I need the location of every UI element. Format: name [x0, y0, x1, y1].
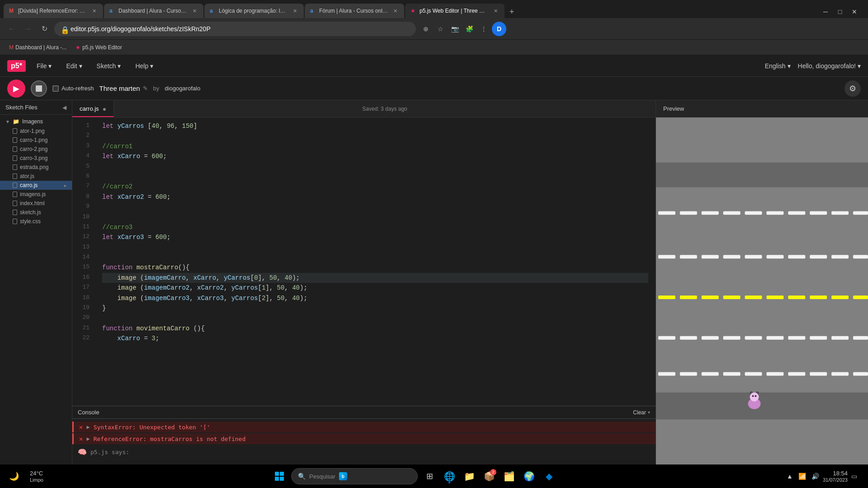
- taskbar-task-view[interactable]: ⊞: [421, 468, 438, 484]
- code-editor[interactable]: 1 2 3 4 5 6 7 8 9 10 11 12 13 14: [72, 117, 656, 406]
- taskbar: 🌙 24°C Limpo 🔍 Pesquisar b ⊞: [0, 465, 868, 488]
- back-button[interactable]: ←: [5, 23, 18, 35]
- tab-1[interactable]: M [Dúvida] ReferenceError: xCarro ... ✕: [4, 4, 103, 18]
- system-clock[interactable]: 18:54 31/07/2023: [823, 470, 848, 483]
- error-icon-1: ✕: [79, 423, 83, 431]
- tab-5-active[interactable]: ★ p5.js Web Editor | Three marten ✕: [405, 4, 505, 18]
- menu-sketch[interactable]: Sketch ▾: [93, 60, 125, 72]
- taskbar-vscode[interactable]: ◆: [541, 468, 557, 484]
- sound-icon[interactable]: 🔊: [810, 471, 821, 482]
- error-expand-2[interactable]: ▶: [86, 436, 90, 442]
- settings-button[interactable]: ⚙: [844, 80, 861, 97]
- stop-button[interactable]: [31, 80, 47, 97]
- file-carro-1[interactable]: carro-1.png: [0, 136, 72, 145]
- svg-rect-23: [658, 296, 675, 299]
- stop-icon: [36, 85, 42, 92]
- code-line-11: //carro3: [102, 222, 648, 232]
- file-ator-1[interactable]: ator-1.png: [0, 127, 72, 136]
- svg-rect-45: [702, 372, 719, 376]
- menu-file[interactable]: File ▾: [33, 60, 56, 72]
- taskbar-chrome[interactable]: 🌐: [441, 468, 458, 484]
- profile-button[interactable]: D: [492, 22, 506, 36]
- file-icon: [13, 146, 17, 152]
- language-selector[interactable]: English ▾: [765, 62, 791, 70]
- svg-rect-46: [723, 372, 741, 376]
- taskbar-browser2[interactable]: 🌍: [521, 468, 537, 484]
- show-desktop-icon[interactable]: ▭: [849, 471, 859, 482]
- clear-console-button[interactable]: Clear ▾: [633, 409, 650, 416]
- editor-tab-carro[interactable]: carro.js ●: [72, 100, 114, 117]
- network-icon[interactable]: 📶: [797, 471, 808, 482]
- auto-refresh-toggle[interactable]: Auto-refresh: [52, 85, 94, 92]
- code-line-5: [102, 162, 648, 172]
- svg-rect-7: [745, 211, 762, 215]
- error-icon-2: ✕: [79, 435, 83, 442]
- svg-rect-30: [810, 296, 827, 299]
- profile-translate-icon[interactable]: ⊕: [420, 23, 432, 35]
- tab-bar: M [Dúvida] ReferenceError: xCarro ... ✕ …: [0, 0, 868, 18]
- file-sketch-js[interactable]: sketch.js: [0, 208, 72, 217]
- edit-sketch-name-icon[interactable]: ✎: [143, 85, 148, 92]
- play-icon: ▶: [13, 84, 19, 94]
- start-button[interactable]: [271, 468, 288, 484]
- notification-icon[interactable]: ▲: [785, 471, 795, 482]
- tab-2[interactable]: a Dashboard | Alura - Cursos onlin... ✕: [104, 4, 203, 18]
- taskbar-search[interactable]: 🔍 Pesquisar b: [291, 468, 418, 484]
- bing-icon: b: [339, 472, 347, 480]
- bookmark-dashboard[interactable]: M Dashboard | Alura -...: [5, 42, 70, 52]
- tab-1-close[interactable]: ✕: [90, 7, 98, 14]
- minimize-button[interactable]: ─: [819, 5, 832, 18]
- settings-icon[interactable]: ⋮: [477, 23, 490, 35]
- svg-rect-17: [745, 255, 762, 258]
- tab-5-close[interactable]: ✕: [492, 7, 499, 14]
- file-carro-js[interactable]: carro.js ▸: [0, 181, 72, 190]
- refresh-button[interactable]: ↻: [38, 23, 51, 35]
- console-error-1: ✕ ▶ SyntaxError: Unexpected token '[': [72, 422, 656, 432]
- code-content[interactable]: let yCarros [40, 96, 150] //carro1 let x…: [95, 121, 656, 402]
- taskbar-files[interactable]: 🗂️: [501, 468, 517, 484]
- preview-header: Preview: [656, 100, 868, 117]
- url-bar[interactable]: 🔒 editor.p5js.org/diogogarofalo/sketches…: [54, 22, 416, 36]
- extensions-icon[interactable]: 🧩: [463, 23, 476, 35]
- svg-rect-29: [788, 296, 805, 299]
- file-ator-js[interactable]: ator.js: [0, 172, 72, 181]
- user-greeting: Hello, diogogarofalo! ▾: [798, 62, 861, 70]
- code-line-15: function mostraCarro(){: [102, 263, 648, 272]
- svg-rect-21: [831, 255, 849, 258]
- file-carro-3[interactable]: carro-3.png: [0, 154, 72, 163]
- auto-refresh-checkbox[interactable]: [52, 85, 59, 92]
- play-button[interactable]: ▶: [7, 80, 25, 98]
- menu-help[interactable]: Help ▾: [132, 60, 157, 72]
- bookmarks-bar: M Dashboard | Alura -... ★ p5.js Web Edi…: [0, 40, 868, 55]
- file-estrada[interactable]: estrada.png: [0, 163, 72, 172]
- file-carro-2[interactable]: carro-2.png: [0, 145, 72, 154]
- svg-rect-26: [723, 296, 741, 299]
- sidebar-collapse-icon[interactable]: ◀: [62, 104, 66, 111]
- tab-3-close[interactable]: ✕: [291, 7, 298, 14]
- menu-edit[interactable]: Edit ▾: [62, 60, 85, 72]
- file-index-html[interactable]: index.html: [0, 199, 72, 208]
- svg-rect-8: [766, 211, 783, 215]
- svg-rect-19: [788, 255, 805, 258]
- file-imagens-js[interactable]: imagens.js: [0, 190, 72, 199]
- screenshot-icon[interactable]: 📷: [448, 23, 461, 35]
- line-num-11: 11: [78, 222, 90, 232]
- weather-temperature: 24°C: [30, 470, 43, 477]
- bookmark-p5editor[interactable]: ★ p5.js Web Editor: [72, 42, 126, 52]
- tab-2-close[interactable]: ✕: [191, 7, 198, 14]
- taskbar-explorer[interactable]: 📁: [461, 468, 477, 484]
- error-expand-1[interactable]: ▶: [86, 424, 90, 430]
- code-line-7: //carro2: [102, 182, 648, 192]
- file-style-css[interactable]: style.css: [0, 217, 72, 226]
- close-button[interactable]: ✕: [848, 5, 861, 18]
- new-tab-button[interactable]: +: [505, 5, 518, 18]
- taskbar-apps-badge[interactable]: 📦 2: [481, 468, 497, 484]
- tab-3[interactable]: a Lógica de programação: laços e ... ✕: [204, 4, 304, 18]
- svg-rect-16: [723, 255, 741, 258]
- forward-button[interactable]: →: [22, 23, 34, 35]
- folder-imagens[interactable]: ▼ 📁 Imagens: [0, 117, 72, 127]
- bookmark-star-icon[interactable]: ☆: [434, 23, 447, 35]
- restore-button[interactable]: □: [834, 5, 846, 18]
- tab-4[interactable]: a Fórum | Alura - Cursos online de... ✕: [305, 4, 404, 18]
- tab-4-close[interactable]: ✕: [392, 7, 399, 14]
